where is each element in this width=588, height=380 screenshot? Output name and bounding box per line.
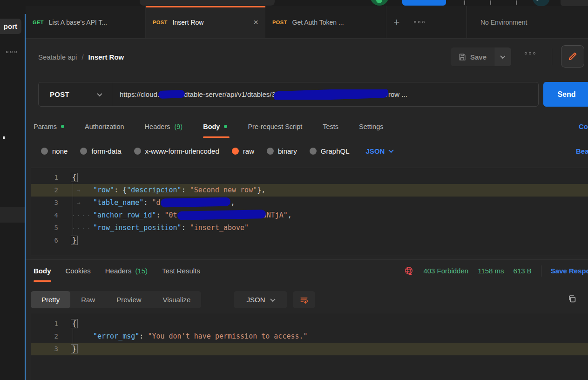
cookies-link[interactable]: Co — [579, 115, 588, 138]
code-token: } — [71, 236, 78, 245]
response-tab-body[interactable]: Body — [34, 260, 51, 282]
radio-none[interactable]: none — [41, 147, 68, 155]
code-line[interactable]: 2"error_msg": "You don't have permission… — [31, 330, 588, 343]
code-line[interactable]: 4····"anchor_row_id": "0tlaNTjA", — [31, 209, 588, 222]
status-badge[interactable]: 403 Forbidden — [423, 267, 468, 275]
request-body-editor[interactable]: 1{ 2→"row": {"descripcion": "Second new … — [31, 168, 588, 256]
tab-title: Get Auth Token ... — [292, 19, 344, 26]
save-response-link[interactable]: Save Respon — [551, 267, 588, 275]
tab-params[interactable]: Params — [34, 115, 64, 138]
edit-pencil-button[interactable] — [561, 45, 584, 68]
code-line-highlighted[interactable]: 2→"row": {"descripcion": "Second new row… — [31, 184, 588, 197]
code-line-highlighted[interactable]: 3} — [31, 343, 588, 355]
code-token: : — [182, 186, 190, 194]
language-dropdown[interactable]: JSON — [366, 147, 393, 155]
chevron-down-icon — [389, 148, 394, 153]
import-button[interactable]: port — [0, 19, 21, 34]
code-token: "row" — [93, 186, 114, 194]
bracket-guide-line — [73, 183, 73, 235]
code-token: "insert_above" — [190, 224, 249, 232]
toolbar-icon-1[interactable] — [464, 0, 465, 5]
radio-binary[interactable]: binary — [267, 147, 297, 155]
bracket-guide-line — [73, 329, 73, 344]
code-token: → — [71, 197, 93, 209]
profile-avatar[interactable] — [533, 0, 550, 7]
response-tab-cookies[interactable]: Cookies — [66, 260, 91, 282]
view-mode-switcher: Pretty Raw Preview Visualize — [31, 291, 201, 308]
code-line[interactable]: 1{ — [31, 318, 588, 330]
new-tab-button[interactable]: + — [386, 6, 407, 38]
radio-form-data[interactable]: form-data — [80, 147, 121, 155]
view-raw[interactable]: Raw — [70, 291, 106, 308]
code-token: , — [288, 211, 292, 219]
response-language-dropdown[interactable]: JSON — [234, 291, 287, 308]
code-token: { — [71, 173, 78, 182]
code-line[interactable]: 5····"row_insert_position": "insert_abov… — [31, 222, 588, 234]
global-search-box[interactable] — [140, 0, 275, 6]
view-visualize[interactable]: Visualize — [152, 291, 202, 308]
request-tab-bar: GET List A base's API T... POST Insert R… — [26, 6, 588, 39]
sync-status-icon[interactable] — [370, 0, 389, 6]
tab-insert-row[interactable]: POST Insert Row × — [146, 6, 265, 38]
close-tab-icon[interactable]: × — [245, 18, 258, 27]
tab-authorization[interactable]: Authorization — [85, 115, 124, 138]
code-token: ···· — [71, 222, 93, 234]
tab-get-auth-token[interactable]: POST Get Auth Token ... — [265, 6, 386, 38]
sidebar-more-icon[interactable] — [6, 51, 17, 53]
tab-tests[interactable]: Tests — [323, 115, 338, 138]
request-more-options-icon[interactable] — [525, 52, 535, 54]
response-size[interactable]: 613 B — [514, 267, 532, 275]
code-line[interactable]: 3→"table_name": "d", — [31, 197, 588, 209]
method-dropdown[interactable]: POST — [39, 82, 112, 106]
radio-icon — [41, 148, 48, 155]
response-tab-test-results[interactable]: Test Results — [162, 260, 200, 282]
code-token: : — [139, 332, 148, 340]
tab-headers[interactable]: Headers(9) — [145, 115, 183, 138]
chevron-down-icon — [97, 91, 102, 96]
breadcrumb-request-name[interactable]: Insert Row — [88, 53, 124, 61]
tab-settings[interactable]: Settings — [359, 115, 383, 138]
environment-selector[interactable]: No Environment — [466, 6, 588, 38]
url-redaction-2 — [274, 89, 389, 100]
tab-body[interactable]: Body — [203, 115, 227, 138]
wrap-text-button[interactable] — [293, 291, 315, 308]
radio-graphql[interactable]: GraphQL — [310, 147, 350, 155]
save-dropdown-button[interactable] — [494, 48, 511, 66]
breadcrumb-collection[interactable]: Seatable api — [38, 53, 77, 61]
environment-label: No Environment — [480, 19, 527, 26]
copy-response-button[interactable] — [566, 293, 578, 305]
url-input[interactable]: https://cloud.dtable-server/api/v1/dtabl… — [112, 89, 538, 100]
tab-list-a-bases-api[interactable]: GET List A base's API T... — [26, 6, 146, 38]
view-preview[interactable]: Preview — [106, 291, 152, 308]
tab-pre-request-script[interactable]: Pre-request Script — [248, 115, 302, 138]
body-type-row: none form-data x-www-form-urlencoded raw… — [26, 141, 588, 161]
left-sidebar: port — [0, 6, 26, 380]
url-container: POST https://cloud.dtable-server/api/v1/… — [38, 82, 539, 107]
response-tab-headers[interactable]: Headers(15) — [105, 260, 148, 282]
response-body-editor[interactable]: 1{ 2"error_msg": "You don't have permiss… — [31, 313, 588, 380]
code-line[interactable]: 6} — [31, 234, 588, 247]
beautify-link[interactable]: Bea — [576, 141, 588, 161]
view-pretty[interactable]: Pretty — [31, 291, 70, 308]
save-button[interactable]: Save — [451, 48, 494, 66]
tab-options-icon[interactable] — [407, 6, 431, 38]
send-button[interactable]: Send — [543, 82, 588, 107]
tab-title: Insert Row — [173, 19, 204, 26]
response-language-value: JSON — [246, 296, 265, 304]
code-token: "0t — [165, 211, 177, 219]
radio-x-www-form-urlencoded[interactable]: x-www-form-urlencoded — [134, 147, 219, 155]
pencil-icon — [568, 51, 578, 61]
green-dot-indicator — [224, 125, 227, 128]
top-right-button[interactable] — [561, 0, 588, 6]
sidebar-hover-row[interactable] — [0, 207, 25, 223]
radio-icon — [267, 148, 274, 155]
primary-action-button[interactable] — [402, 0, 446, 6]
response-time[interactable]: 1158 ms — [478, 267, 504, 275]
radio-raw[interactable]: raw — [232, 147, 254, 155]
toolbar-icon-2[interactable] — [490, 0, 491, 5]
stats-divider — [541, 265, 541, 277]
code-line[interactable]: 1{ — [31, 171, 588, 184]
copy-icon — [567, 294, 577, 304]
code-token: , — [231, 198, 235, 207]
toolbar-icon-3[interactable] — [516, 0, 517, 5]
